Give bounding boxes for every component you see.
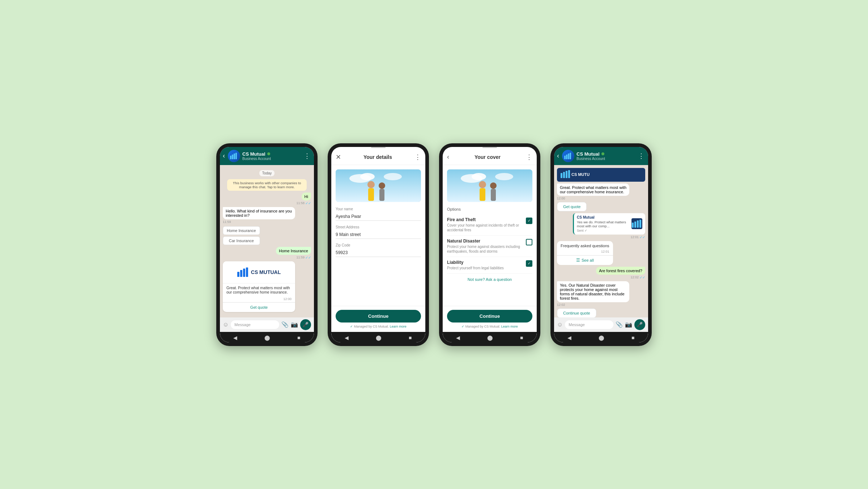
mic-button[interactable]: 🎤 [634, 319, 645, 330]
linked-card-text: CS Mutual Yes we do. Protect what matter… [577, 215, 629, 232]
msg-time: 12:00 [557, 197, 565, 200]
back-icon[interactable]: ‹ [222, 152, 226, 160]
close-icon[interactable]: ✕ [336, 153, 341, 161]
continue-quote-btn[interactable]: Continue quote [557, 308, 596, 317]
message-input[interactable]: Message [231, 320, 279, 329]
nav-back[interactable]: ◀ [233, 335, 237, 341]
option-fire-theft: Fire and Theft Cover your home against i… [447, 214, 532, 236]
quick-reply-home[interactable]: Home Insurance [223, 226, 260, 235]
cover-hero-image [447, 169, 532, 202]
attachment-icon[interactable]: 📎 [281, 321, 289, 328]
nav-recent[interactable]: ■ [409, 335, 412, 341]
see-all-btn[interactable]: ☰ See all [557, 255, 613, 265]
menu-icon[interactable]: ⋮ [638, 152, 644, 160]
cover-menu-icon[interactable]: ⋮ [526, 153, 532, 161]
svg-rect-29 [563, 172, 565, 178]
avatar [562, 150, 574, 162]
menu-icon[interactable]: ⋮ [304, 152, 310, 160]
quick-reply-car[interactable]: Car Insurance [223, 236, 260, 245]
message-input[interactable]: Message [565, 320, 613, 329]
phone1-header: ‹ CS Mutual [220, 147, 314, 165]
checkmark-icon: ✓✓ [639, 235, 645, 239]
attachment-icon[interactable]: 📎 [616, 321, 623, 328]
camera-icon[interactable]: 📷 [625, 321, 632, 328]
option-info: Liability Protect yourself from legal li… [447, 260, 523, 270]
back-icon[interactable]: ‹ [556, 152, 560, 160]
msg-answer: Yes. Our Natural Disaster cover protects… [557, 281, 629, 307]
contact-sub: Business Account [576, 157, 636, 161]
checkbox-natural-disaster[interactable] [526, 239, 532, 245]
managed-icon: ✓ [461, 325, 464, 328]
svg-point-22 [490, 182, 497, 189]
contact-sub: Business Account [242, 157, 302, 161]
msg-protect: Great. Protect what matters most with ou… [557, 184, 629, 200]
phone-nav-1: ◀ ⬤ ■ [220, 332, 314, 342]
emoji-icon[interactable]: ☺ [223, 321, 229, 328]
logo-banner-inner: CS MUTUAL [557, 168, 645, 182]
nav-back[interactable]: ◀ [456, 335, 460, 341]
nav-home[interactable]: ⬤ [599, 335, 604, 341]
option-desc: Protect yourself from legal liabilities [447, 266, 523, 270]
nav-recent[interactable]: ■ [631, 335, 634, 341]
phone-1: ‹ CS Mutual [216, 143, 318, 346]
svg-text:CS MUTUAL: CS MUTUAL [571, 172, 590, 177]
bubble: Great. Protect what matters most with ou… [557, 184, 629, 196]
option-info: Fire and Theft Cover your home against i… [447, 217, 523, 232]
cover-header: ‹ Your cover ⋮ [443, 149, 537, 165]
phone-nav-2: ◀ ⬤ ■ [331, 332, 425, 342]
svg-rect-25 [566, 155, 567, 159]
svg-rect-23 [491, 189, 496, 201]
bubble: Hi [302, 193, 311, 201]
get-quote-btn[interactable]: Get quote [223, 302, 295, 312]
chat-area-1: Today This business works with other com… [220, 165, 314, 317]
svg-rect-31 [568, 170, 570, 178]
option-desc: Protect your home against disasters incl… [447, 244, 523, 254]
phone-nav-4: ◀ ⬤ ■ [554, 332, 648, 342]
form-hero-image [336, 169, 421, 202]
msg-hi: Hi 11:58 ✓✓ [296, 193, 311, 205]
nav-home[interactable]: ⬤ [487, 335, 493, 341]
msg-home-insurance: Home Insurance 11:59 ✓✓ [276, 247, 311, 260]
option-title: Fire and Theft [447, 217, 523, 222]
zip-input[interactable] [336, 249, 421, 257]
checkmark-icon: ✓✓ [305, 256, 311, 260]
bubble: Home Insurance [276, 247, 311, 255]
emoji-icon[interactable]: ☺ [557, 321, 563, 328]
bubble: Hello. What kind of insurance are you in… [223, 207, 295, 219]
field-label-address: Street Address [336, 225, 421, 229]
nav-home[interactable]: ⬤ [376, 335, 382, 341]
svg-rect-21 [480, 188, 485, 201]
option-liability: Liability Protect yourself from legal li… [447, 257, 532, 274]
svg-rect-15 [379, 189, 384, 201]
insurance-card: CS MUTUAL Great. Protect what matters mo… [223, 261, 295, 312]
ask-question-btn[interactable]: Not sure? Ask a question [447, 274, 532, 285]
camera-icon[interactable]: 📷 [291, 321, 298, 328]
nav-recent[interactable]: ■ [297, 335, 300, 341]
checkbox-fire-theft[interactable]: ✓ [526, 218, 532, 224]
checkbox-liability[interactable]: ✓ [526, 260, 532, 267]
continue-button[interactable]: Continue [336, 310, 421, 323]
nav-back[interactable]: ◀ [345, 335, 349, 341]
svg-point-12 [367, 181, 375, 188]
quick-replies-group: Home Insurance Car Insurance [223, 225, 260, 245]
nav-home[interactable]: ⬤ [264, 335, 270, 341]
svg-rect-36 [639, 220, 641, 228]
address-input[interactable] [336, 231, 421, 239]
svg-rect-0 [230, 156, 231, 159]
form-footer: Continue ✓ Managed by CS Mutual. Learn m… [331, 306, 425, 332]
top-bar [371, 147, 386, 148]
name-input[interactable] [336, 212, 421, 221]
back-icon[interactable]: ‹ [447, 153, 449, 161]
form-menu-icon[interactable]: ⋮ [414, 153, 421, 161]
learn-more-link[interactable]: Learn more [501, 325, 518, 328]
get-quote-btn[interactable]: Get quote [557, 202, 587, 211]
input-bar-1: ☺ Message 📎 📷 🎤 [220, 317, 314, 332]
nav-back[interactable]: ◀ [567, 335, 571, 341]
cover-body: Options Fire and Theft Cover your home a… [443, 165, 537, 306]
learn-more-link[interactable]: Learn more [390, 325, 407, 328]
nav-recent[interactable]: ■ [520, 335, 523, 341]
cover-screen: ‹ Your cover ⋮ [443, 149, 537, 332]
option-title: Liability [447, 260, 523, 265]
mic-button[interactable]: 🎤 [300, 319, 311, 330]
cover-continue-button[interactable]: Continue [447, 310, 532, 323]
